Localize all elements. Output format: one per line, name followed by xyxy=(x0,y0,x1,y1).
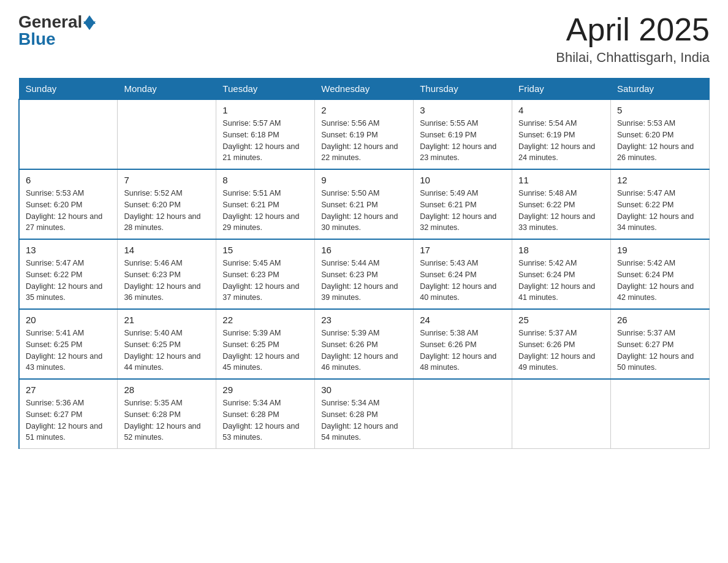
calendar-cell: 18Sunrise: 5:42 AMSunset: 6:24 PMDayligh… xyxy=(512,239,611,309)
day-number: 5 xyxy=(617,105,703,115)
calendar-cell: 19Sunrise: 5:42 AMSunset: 6:24 PMDayligh… xyxy=(611,239,710,309)
logo-blue-text: Blue xyxy=(18,29,56,49)
day-info: Sunrise: 5:48 AMSunset: 6:22 PMDaylight:… xyxy=(518,188,604,234)
calendar-cell: 28Sunrise: 5:35 AMSunset: 6:28 PMDayligh… xyxy=(118,379,216,449)
weekday-header-thursday: Thursday xyxy=(414,79,512,100)
calendar-cell: 20Sunrise: 5:41 AMSunset: 6:25 PMDayligh… xyxy=(19,309,118,379)
day-info: Sunrise: 5:37 AMSunset: 6:26 PMDaylight:… xyxy=(518,327,604,373)
calendar-cell xyxy=(414,379,512,449)
day-number: 8 xyxy=(222,175,308,185)
day-number: 4 xyxy=(518,105,604,115)
day-number: 28 xyxy=(124,385,210,395)
day-info: Sunrise: 5:43 AMSunset: 6:24 PMDaylight:… xyxy=(420,258,506,304)
day-info: Sunrise: 5:47 AMSunset: 6:22 PMDaylight:… xyxy=(26,258,111,304)
calendar-week-4: 20Sunrise: 5:41 AMSunset: 6:25 PMDayligh… xyxy=(19,309,710,379)
day-number: 21 xyxy=(124,315,210,325)
day-number: 6 xyxy=(26,175,111,185)
calendar-cell: 3Sunrise: 5:55 AMSunset: 6:19 PMDaylight… xyxy=(414,99,512,169)
day-info: Sunrise: 5:42 AMSunset: 6:24 PMDaylight:… xyxy=(518,258,604,304)
day-info: Sunrise: 5:49 AMSunset: 6:21 PMDaylight:… xyxy=(420,188,506,234)
day-number: 23 xyxy=(321,315,407,325)
day-number: 25 xyxy=(518,315,604,325)
day-info: Sunrise: 5:41 AMSunset: 6:25 PMDaylight:… xyxy=(26,327,111,373)
calendar-cell: 27Sunrise: 5:36 AMSunset: 6:27 PMDayligh… xyxy=(19,379,118,449)
calendar-cell: 6Sunrise: 5:53 AMSunset: 6:20 PMDaylight… xyxy=(19,169,118,239)
day-info: Sunrise: 5:40 AMSunset: 6:25 PMDaylight:… xyxy=(124,327,210,373)
day-info: Sunrise: 5:39 AMSunset: 6:26 PMDaylight:… xyxy=(321,327,407,373)
calendar-cell: 26Sunrise: 5:37 AMSunset: 6:27 PMDayligh… xyxy=(611,309,710,379)
day-number: 12 xyxy=(617,175,703,185)
weekday-header-wednesday: Wednesday xyxy=(315,79,414,100)
calendar-week-2: 6Sunrise: 5:53 AMSunset: 6:20 PMDaylight… xyxy=(19,169,710,239)
calendar-cell: 1Sunrise: 5:57 AMSunset: 6:18 PMDaylight… xyxy=(216,99,315,169)
day-number: 30 xyxy=(321,385,407,395)
calendar-week-3: 13Sunrise: 5:47 AMSunset: 6:22 PMDayligh… xyxy=(19,239,710,309)
day-number: 14 xyxy=(124,245,210,255)
calendar-header: SundayMondayTuesdayWednesdayThursdayFrid… xyxy=(19,79,710,100)
calendar-cell xyxy=(611,379,710,449)
day-number: 3 xyxy=(420,105,506,115)
day-info: Sunrise: 5:39 AMSunset: 6:25 PMDaylight:… xyxy=(222,327,308,373)
day-info: Sunrise: 5:54 AMSunset: 6:19 PMDaylight:… xyxy=(518,118,604,164)
calendar-cell: 29Sunrise: 5:34 AMSunset: 6:28 PMDayligh… xyxy=(216,379,315,449)
calendar-cell: 15Sunrise: 5:45 AMSunset: 6:23 PMDayligh… xyxy=(216,239,315,309)
weekday-header-saturday: Saturday xyxy=(611,79,710,100)
weekday-header-friday: Friday xyxy=(512,79,611,100)
day-number: 17 xyxy=(420,245,506,255)
day-info: Sunrise: 5:56 AMSunset: 6:19 PMDaylight:… xyxy=(321,118,407,164)
day-info: Sunrise: 5:34 AMSunset: 6:28 PMDaylight:… xyxy=(321,397,407,443)
day-number: 18 xyxy=(518,245,604,255)
calendar-cell: 9Sunrise: 5:50 AMSunset: 6:21 PMDaylight… xyxy=(315,169,414,239)
day-info: Sunrise: 5:47 AMSunset: 6:22 PMDaylight:… xyxy=(617,188,703,234)
day-number: 24 xyxy=(420,315,506,325)
calendar-cell: 22Sunrise: 5:39 AMSunset: 6:25 PMDayligh… xyxy=(216,309,315,379)
day-info: Sunrise: 5:53 AMSunset: 6:20 PMDaylight:… xyxy=(617,118,703,164)
calendar-cell xyxy=(512,379,611,449)
weekday-header-monday: Monday xyxy=(118,79,216,100)
calendar-cell: 24Sunrise: 5:38 AMSunset: 6:26 PMDayligh… xyxy=(414,309,512,379)
day-number: 15 xyxy=(222,245,308,255)
calendar-cell xyxy=(118,99,216,169)
calendar-cell: 2Sunrise: 5:56 AMSunset: 6:19 PMDaylight… xyxy=(315,99,414,169)
day-number: 29 xyxy=(222,385,308,395)
day-number: 26 xyxy=(617,315,703,325)
day-number: 9 xyxy=(321,175,407,185)
month-year-title: April 2025 xyxy=(556,12,710,47)
day-number: 27 xyxy=(26,385,111,395)
calendar-cell: 5Sunrise: 5:53 AMSunset: 6:20 PMDaylight… xyxy=(611,99,710,169)
day-info: Sunrise: 5:53 AMSunset: 6:20 PMDaylight:… xyxy=(26,188,111,234)
day-info: Sunrise: 5:35 AMSunset: 6:28 PMDaylight:… xyxy=(124,397,210,443)
calendar-cell: 13Sunrise: 5:47 AMSunset: 6:22 PMDayligh… xyxy=(19,239,118,309)
day-number: 22 xyxy=(222,315,308,325)
day-info: Sunrise: 5:38 AMSunset: 6:26 PMDaylight:… xyxy=(420,327,506,373)
calendar-table: SundayMondayTuesdayWednesdayThursdayFrid… xyxy=(18,78,710,449)
day-info: Sunrise: 5:45 AMSunset: 6:23 PMDaylight:… xyxy=(222,258,308,304)
calendar-cell: 23Sunrise: 5:39 AMSunset: 6:26 PMDayligh… xyxy=(315,309,414,379)
calendar-week-1: 1Sunrise: 5:57 AMSunset: 6:18 PMDaylight… xyxy=(19,99,710,169)
day-info: Sunrise: 5:34 AMSunset: 6:28 PMDaylight:… xyxy=(222,397,308,443)
weekday-header-tuesday: Tuesday xyxy=(216,79,315,100)
page-header: General Blue April 2025 Bhilai, Chhattis… xyxy=(18,12,710,66)
calendar-cell: 10Sunrise: 5:49 AMSunset: 6:21 PMDayligh… xyxy=(414,169,512,239)
day-number: 16 xyxy=(321,245,407,255)
day-info: Sunrise: 5:57 AMSunset: 6:18 PMDaylight:… xyxy=(222,118,308,164)
day-info: Sunrise: 5:52 AMSunset: 6:20 PMDaylight:… xyxy=(124,188,210,234)
calendar-cell: 4Sunrise: 5:54 AMSunset: 6:19 PMDaylight… xyxy=(512,99,611,169)
day-number: 2 xyxy=(321,105,407,115)
calendar-cell: 17Sunrise: 5:43 AMSunset: 6:24 PMDayligh… xyxy=(414,239,512,309)
day-number: 19 xyxy=(617,245,703,255)
day-info: Sunrise: 5:42 AMSunset: 6:24 PMDaylight:… xyxy=(617,258,703,304)
day-number: 1 xyxy=(222,105,308,115)
day-info: Sunrise: 5:37 AMSunset: 6:27 PMDaylight:… xyxy=(617,327,703,373)
calendar-cell: 11Sunrise: 5:48 AMSunset: 6:22 PMDayligh… xyxy=(512,169,611,239)
weekday-header-sunday: Sunday xyxy=(19,79,118,100)
title-block: April 2025 Bhilai, Chhattisgarh, India xyxy=(556,12,710,66)
calendar-cell: 16Sunrise: 5:44 AMSunset: 6:23 PMDayligh… xyxy=(315,239,414,309)
day-info: Sunrise: 5:46 AMSunset: 6:23 PMDaylight:… xyxy=(124,258,210,304)
day-number: 13 xyxy=(26,245,111,255)
day-info: Sunrise: 5:44 AMSunset: 6:23 PMDaylight:… xyxy=(321,258,407,304)
calendar-cell: 21Sunrise: 5:40 AMSunset: 6:25 PMDayligh… xyxy=(118,309,216,379)
calendar-cell xyxy=(19,99,118,169)
location-subtitle: Bhilai, Chhattisgarh, India xyxy=(556,50,710,66)
day-number: 11 xyxy=(518,175,604,185)
